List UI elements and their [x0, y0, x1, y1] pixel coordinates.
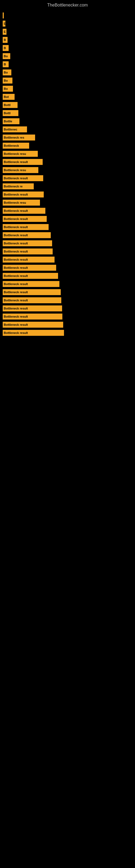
bar-fill: Bottleneck result	[3, 224, 49, 230]
bar-fill: Bottleneck resu	[3, 199, 40, 206]
bar-row: Bottleneck resu	[3, 166, 132, 174]
bar-fill: Bo	[3, 78, 12, 84]
bar-fill: Bo	[3, 86, 13, 92]
bar-label: Bo	[4, 87, 8, 90]
bar-fill: Bottleneck result	[3, 265, 56, 271]
bar-row: Bottlenec	[3, 126, 132, 133]
bar-label: Bottleneck result	[4, 160, 28, 163]
bar-label: Bottl	[4, 103, 10, 106]
bar-row: Bottleneck result	[3, 223, 132, 231]
bar-label: Bottleneck re	[4, 185, 23, 188]
bar-label: Bottleneck result	[4, 315, 28, 318]
bar-row: Bottleneck result	[3, 264, 132, 272]
bar-label: Bottleneck result	[4, 274, 28, 278]
bar-label: Bo	[4, 71, 8, 74]
bar-row: E	[3, 28, 132, 35]
bar-row: Bottleneck result	[3, 297, 132, 304]
bar-fill: Bottleneck resu	[3, 167, 38, 173]
bar-row: Bottleneck result	[3, 321, 132, 329]
bar-fill: Bottleneck result	[3, 208, 45, 214]
bar-fill: Bottleneck result	[3, 289, 61, 295]
bar-label: E	[4, 22, 5, 25]
bar-fill: Bottleneck result	[3, 159, 43, 165]
bar-fill: Bottl	[3, 102, 17, 108]
bar-row: Bottleneck result	[3, 240, 132, 247]
bar-row: Bottleneck resu	[3, 150, 132, 158]
bar-row: Bottleneck result	[3, 158, 132, 166]
bar-fill: Bot	[3, 94, 14, 100]
bar-fill: Bottleneck result	[3, 191, 44, 197]
bar-label: Bottleneck res	[4, 136, 24, 139]
bar-label: Bottleneck resu	[4, 168, 26, 172]
bar-label: Bottleneck result	[4, 282, 28, 286]
bar-fill: Bottleneck result	[3, 297, 61, 303]
site-title: TheBottlenecker.com	[0, 0, 135, 9]
bar-label: Bot	[4, 95, 9, 98]
bar-fill: Bottleneck result	[3, 248, 53, 254]
bar-row: E	[3, 20, 132, 27]
bar-fill: Bottleneck result	[3, 322, 63, 328]
bar-row: Bottleneck result	[3, 329, 132, 337]
bar-label: Bottle	[4, 120, 12, 123]
bar-fill: B	[3, 45, 9, 51]
bar-row: Bottl	[3, 109, 132, 117]
bar-fill: E	[3, 29, 6, 35]
bar-label: Bottleneck result	[4, 250, 28, 253]
bar-label: Bottleneck result	[4, 209, 28, 212]
bar-fill: Bottleneck result	[3, 314, 62, 319]
bar-row: B	[3, 44, 132, 52]
bar-fill: Bottl	[3, 110, 18, 116]
bar-row: Bo	[3, 52, 132, 60]
bar-label: Bottl	[4, 112, 10, 115]
bar-label: Bottleneck result	[4, 299, 28, 302]
bar-row: Bo	[3, 69, 132, 76]
bar-row: B	[3, 61, 132, 68]
bar-row: B	[3, 36, 132, 44]
bar-row: Bottleneck result	[3, 288, 132, 296]
bar-fill: Bottleneck re	[3, 183, 34, 189]
bar-row: Bottle	[3, 118, 132, 125]
bar-fill: Bottleneck resu	[3, 151, 38, 157]
bar-label: Bottleneck result	[4, 225, 28, 229]
bar-row: Bottleneck result	[3, 256, 132, 264]
bar-fill: B	[3, 61, 9, 67]
bar-row: Bottl	[3, 101, 132, 109]
bar-label: B	[4, 38, 6, 41]
bar-label: Bottleneck result	[4, 307, 28, 310]
bar-label: Bottlenec	[4, 128, 17, 131]
bar-fill: Bottleneck result	[3, 273, 58, 279]
bar-label: E	[4, 30, 6, 33]
bar-row: Bottleneck	[3, 142, 132, 150]
bar-row: Bottleneck result	[3, 207, 132, 215]
bar-fill: Bottleneck result	[3, 330, 64, 336]
bar-row: Bottleneck result	[3, 248, 132, 255]
bar-row: Bottleneck result	[3, 231, 132, 239]
bar-row: Bottleneck result	[3, 305, 132, 312]
bar-fill	[3, 12, 4, 19]
bar-row: Bottleneck result	[3, 175, 132, 182]
bar-row: Bo	[3, 77, 132, 84]
bar-label: Bottleneck resu	[4, 152, 26, 155]
bar-fill: Bottleneck result	[3, 281, 59, 287]
bar-label: B	[4, 63, 6, 66]
bar-fill: B	[3, 37, 8, 43]
bar-row: Bo	[3, 85, 132, 93]
bar-fill: Bottleneck result	[3, 175, 43, 181]
bar-fill: Bottleneck result	[3, 257, 54, 262]
bar-label: Bottleneck result	[4, 193, 28, 196]
bar-label: Bottleneck result	[4, 234, 28, 237]
bar-row: Bottleneck result	[3, 215, 132, 223]
bar-fill: Bottleneck result	[3, 240, 52, 246]
bar-label: Bottleneck result	[4, 177, 28, 180]
bar-label: Bottleneck result	[4, 266, 28, 269]
bar-fill: Bo	[3, 69, 11, 75]
bar-row	[3, 12, 132, 19]
bar-label: Bottleneck resu	[4, 201, 26, 204]
bar-row: Bot	[3, 93, 132, 101]
bar-fill: Bottle	[3, 118, 19, 124]
bar-fill: E	[3, 21, 5, 27]
bar-row: Bottleneck result	[3, 191, 132, 198]
bar-row: Bottleneck res	[3, 134, 132, 141]
bar-fill: Bo	[3, 53, 10, 59]
bar-row: Bottleneck result	[3, 280, 132, 288]
